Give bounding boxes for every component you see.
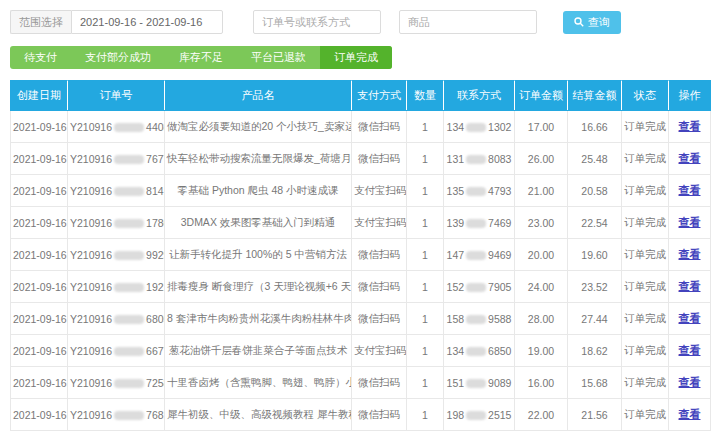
- cell-product-name: 做淘宝必须要知道的20 个小技巧_卖家运营电商论坛: [165, 111, 352, 143]
- view-link[interactable]: 查看: [679, 216, 701, 228]
- order-suffix: 1786: [146, 217, 164, 229]
- contact-suffix: 9089: [488, 377, 511, 389]
- cell-settle-amount: 16.66: [568, 111, 622, 143]
- contact-prefix: 139: [447, 217, 465, 229]
- cell-date: 2021-09-16: [11, 367, 68, 399]
- cell-quantity: 1: [407, 175, 444, 207]
- status-tab-2[interactable]: 库存不足: [165, 46, 237, 69]
- redacted-text: [114, 379, 144, 388]
- order-suffix: 9929: [146, 249, 164, 261]
- cell-contact: 1354793: [444, 175, 515, 207]
- status-tab-0[interactable]: 待支付: [10, 46, 71, 69]
- cell-order-amount: 16.00: [515, 367, 568, 399]
- order-prefix: Y210916: [70, 249, 112, 261]
- view-link[interactable]: 查看: [679, 152, 701, 164]
- cell-contact: 1589588: [444, 303, 515, 335]
- order-prefix: Y210916: [70, 217, 112, 229]
- view-link[interactable]: 查看: [679, 120, 701, 132]
- view-link[interactable]: 查看: [679, 248, 701, 260]
- order-prefix: Y210916: [70, 185, 112, 197]
- order-prefix: Y210916: [70, 153, 112, 165]
- order-suffix: 7681: [146, 409, 164, 421]
- cell-quantity: 1: [407, 271, 444, 303]
- cell-status: 订单完成: [622, 399, 669, 431]
- search-button-label: 查询: [588, 17, 610, 28]
- cell-date: 2021-09-16: [11, 111, 68, 143]
- cell-product-name: 零基础 Python 爬虫 48 小时速成课: [165, 175, 352, 207]
- cell-quantity: 1: [407, 303, 444, 335]
- cell-payment-method: 微信扫码: [352, 143, 407, 175]
- cell-contact: 1527905: [444, 271, 515, 303]
- order-prefix: Y210916: [70, 409, 112, 421]
- cell-date: 2021-09-16: [11, 335, 68, 367]
- contact-prefix: 151: [447, 377, 465, 389]
- cell-action: 查看: [669, 367, 711, 399]
- redacted-text: [114, 123, 144, 132]
- cell-quantity: 1: [407, 335, 444, 367]
- redacted-text: [466, 219, 486, 228]
- cell-date: 2021-09-16: [11, 303, 68, 335]
- order-search-input[interactable]: [253, 10, 381, 34]
- contact-suffix: 4793: [488, 185, 511, 197]
- view-link[interactable]: 查看: [679, 344, 701, 356]
- view-link[interactable]: 查看: [679, 312, 701, 324]
- cell-contact: 1397469: [444, 207, 515, 239]
- column-header-0: 创建日期: [11, 81, 68, 111]
- cell-order-amount: 23.00: [515, 207, 568, 239]
- table-row: 2021-09-16Y2109168141零基础 Python 爬虫 48 小时…: [11, 175, 711, 207]
- cell-order-amount: 24.00: [515, 271, 568, 303]
- redacted-text: [466, 347, 486, 356]
- cell-payment-method: 支付宝扫码: [352, 175, 407, 207]
- cell-status: 订单完成: [622, 367, 669, 399]
- contact-prefix: 198: [447, 409, 465, 421]
- cell-action: 查看: [669, 271, 711, 303]
- column-header-8: 状态: [622, 81, 669, 111]
- cell-action: 查看: [669, 399, 711, 431]
- product-search-input[interactable]: [399, 10, 537, 34]
- cell-status: 订单完成: [622, 303, 669, 335]
- cell-settle-amount: 22.54: [568, 207, 622, 239]
- cell-payment-method: 微信扫码: [352, 303, 407, 335]
- column-header-2: 产品名: [165, 81, 352, 111]
- cell-product-name: 犀牛初级、中级、高级视频教程 犀牛教程: [165, 399, 352, 431]
- view-link[interactable]: 查看: [679, 280, 701, 292]
- status-tab-3[interactable]: 平台已退款: [237, 46, 320, 69]
- table-row: 2021-09-16Y21091668058 套津市牛肉粉贵州花溪牛肉粉桂林牛肉…: [11, 303, 711, 335]
- cell-status: 订单完成: [622, 175, 669, 207]
- cell-product-name: 让新手转化提升 100%的 5 中营销方法: [165, 239, 352, 271]
- redacted-text: [466, 123, 486, 132]
- cell-order-number: Y2109167681: [68, 399, 165, 431]
- cell-payment-method: 微信扫码: [352, 239, 407, 271]
- cell-status: 订单完成: [622, 111, 669, 143]
- order-suffix: 4408: [146, 121, 164, 133]
- table-row: 2021-09-16Y2109167681犀牛初级、中级、高级视频教程 犀牛教程…: [11, 399, 711, 431]
- status-tab-1[interactable]: 支付部分成功: [71, 46, 165, 69]
- cell-status: 订单完成: [622, 335, 669, 367]
- cell-status: 订单完成: [622, 271, 669, 303]
- search-button[interactable]: 查询: [563, 11, 621, 34]
- cell-order-number: Y2109168141: [68, 175, 165, 207]
- cell-order-number: Y2109161921: [68, 271, 165, 303]
- cell-settle-amount: 23.52: [568, 271, 622, 303]
- redacted-text: [466, 315, 486, 324]
- cell-action: 查看: [669, 335, 711, 367]
- cell-order-amount: 19.00: [515, 335, 568, 367]
- order-prefix: Y210916: [70, 281, 112, 293]
- cell-settle-amount: 25.48: [568, 143, 622, 175]
- status-tab-4[interactable]: 订单完成: [320, 46, 392, 69]
- cell-product-name: 8 套津市牛肉粉贵州花溪牛肉粉桂林牛肉粉小吃配方: [165, 303, 352, 335]
- contact-suffix: 9588: [488, 313, 511, 325]
- redacted-text: [466, 187, 486, 196]
- cell-quantity: 1: [407, 239, 444, 271]
- contact-prefix: 134: [447, 345, 465, 357]
- view-link[interactable]: 查看: [679, 184, 701, 196]
- order-suffix: 6805: [146, 313, 164, 325]
- column-header-7: 结算金额: [568, 81, 622, 111]
- view-link[interactable]: 查看: [679, 408, 701, 420]
- cell-product-name: 3DMAX 效果图零基础入门到精通: [165, 207, 352, 239]
- view-link[interactable]: 查看: [679, 376, 701, 388]
- cell-order-number: Y2109164408: [68, 111, 165, 143]
- cell-status: 订单完成: [622, 207, 669, 239]
- date-range-input[interactable]: [71, 10, 223, 34]
- cell-contact: 1318083: [444, 143, 515, 175]
